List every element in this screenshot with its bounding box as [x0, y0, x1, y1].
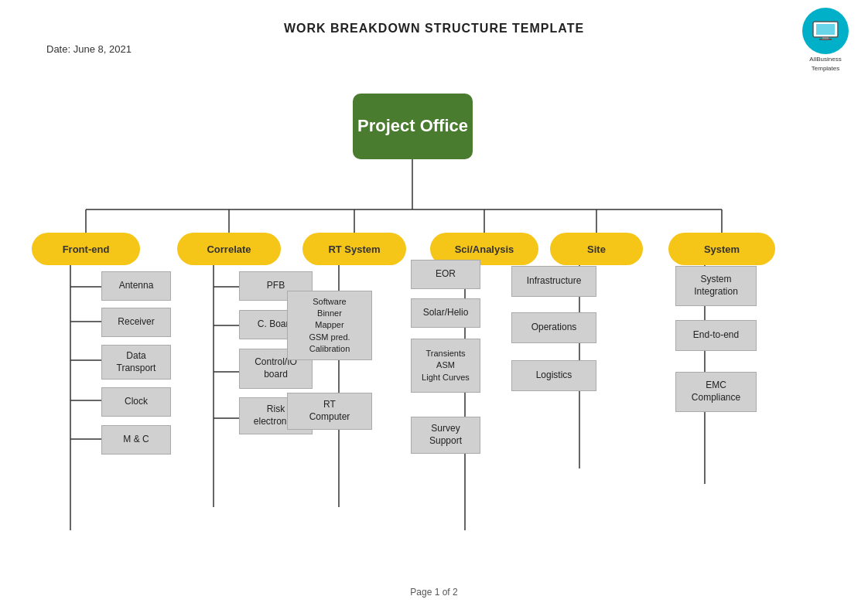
l1-correlate: Correlate: [177, 233, 281, 265]
l2-software: SoftwareBinnerMapperGSM pred.Calibration: [287, 291, 372, 360]
svg-rect-1: [816, 24, 835, 35]
l2-systemintegration: SystemIntegration: [675, 266, 757, 306]
l2-clock: Clock: [101, 387, 171, 417]
page-title: WORK BREAKDOWN STRUCTURE TEMPLATE: [0, 0, 868, 36]
root-node: Project Office: [353, 94, 473, 159]
l2-eor: EOR: [411, 260, 480, 289]
l2-datatransport: DataTransport: [101, 345, 171, 380]
l2-emccompliance: EMCCompliance: [675, 372, 757, 412]
l2-surveysupport: SurveySupport: [411, 417, 480, 454]
l1-system: System: [668, 233, 775, 265]
l2-mc: M & C: [101, 425, 171, 455]
l2-solarhelio: Solar/Helio: [411, 298, 480, 328]
l2-endtoend: End-to-end: [675, 320, 757, 351]
l1-rtsystem: RT System: [302, 233, 406, 265]
l2-receiver: Receiver: [101, 308, 171, 337]
l2-operations: Operations: [511, 312, 596, 343]
l2-antenna: Antenna: [101, 271, 171, 301]
l1-frontend: Front-end: [32, 233, 140, 265]
page-footer: Page 1 of 2: [0, 587, 868, 598]
l2-infrastructure: Infrastructure: [511, 266, 596, 297]
l1-site: Site: [550, 233, 643, 265]
l2-logistics: Logistics: [511, 360, 596, 391]
l2-transients: TransientsASMLight Curves: [411, 339, 480, 393]
wbs-diagram: Project Office Front-end Correlate RT Sy…: [9, 36, 859, 577]
l2-rtcomputer: RTComputer: [287, 393, 372, 430]
